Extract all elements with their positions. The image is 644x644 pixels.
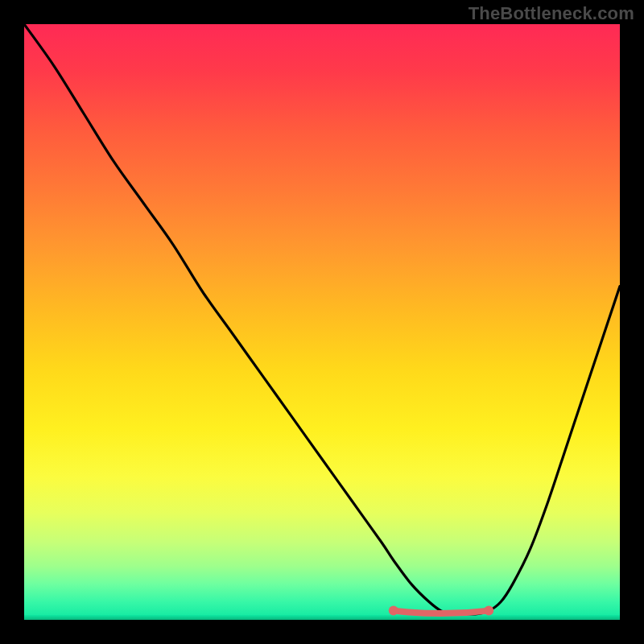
bottleneck-curve-svg (24, 24, 620, 620)
plot-area (24, 24, 620, 620)
highlight-dot-left (389, 606, 398, 616)
watermark-text: TheBottleneck.com (469, 3, 634, 24)
highlight-dot-right (484, 606, 493, 616)
bottleneck-curve-path (24, 24, 620, 614)
chart-frame: TheBottleneck.com (0, 0, 644, 644)
highlight-segment (394, 611, 489, 614)
